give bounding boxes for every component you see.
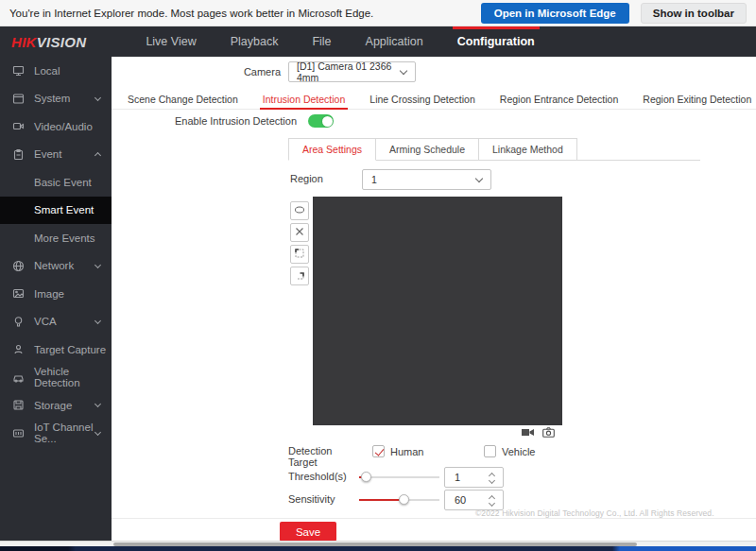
draw-area-icon: [294, 202, 305, 219]
slider-fill: [359, 499, 404, 501]
clear-x-icon: [294, 224, 305, 241]
sidebar-item-network[interactable]: Network: [0, 252, 112, 281]
sidebar-item-label: Storage: [34, 400, 72, 411]
sidebar-item-iot-channel[interactable]: IoT Channel Se...: [0, 420, 112, 448]
detection-tabs: Scene Change Detection Intrusion Detecti…: [112, 89, 756, 110]
hikvision-logo: HIKVISION: [11, 26, 86, 57]
spinner-down-icon[interactable]: [489, 477, 495, 484]
sidebar-item-label: Network: [34, 260, 74, 271]
record-video-icon[interactable]: [521, 427, 535, 438]
subtab-area-settings[interactable]: Area Settings: [288, 138, 376, 161]
sidebar-item-storage[interactable]: Storage: [0, 391, 112, 420]
threshold-spinner[interactable]: 1: [444, 467, 504, 488]
video-icon: [12, 120, 26, 133]
open-in-edge-button[interactable]: Open in Microsoft Edge: [481, 3, 629, 24]
clear-area-button[interactable]: [290, 223, 309, 242]
human-checkbox[interactable]: [372, 445, 385, 457]
target-human: Human: [372, 445, 423, 457]
sidebar-item-label: Vehicle Detection: [34, 366, 112, 388]
target-vehicle: Vehicle: [484, 445, 535, 457]
clipboard-icon: [12, 147, 26, 161]
threshold-value: 1: [455, 472, 460, 483]
sidebar-item-basic-event[interactable]: Basic Event: [0, 168, 112, 197]
area-drawing-panel: [290, 197, 562, 439]
sensitivity-slider[interactable]: [359, 493, 439, 507]
video-preview-canvas[interactable]: [313, 197, 562, 425]
sidebar-item-label: Image: [34, 288, 64, 300]
snapshot-camera-icon[interactable]: [542, 427, 555, 438]
spinner-down-icon[interactable]: [489, 500, 495, 507]
detection-target-label: Detection Target: [288, 445, 332, 468]
sidebar-item-more-events[interactable]: More Events: [0, 224, 112, 252]
nav-playback[interactable]: Playback: [228, 26, 282, 57]
slider-thumb[interactable]: [361, 472, 371, 482]
sidebar-item-label: Target Capture: [34, 344, 106, 355]
max-size-button[interactable]: [290, 245, 309, 264]
enable-intrusion-label: Enable Intrusion Detection: [175, 115, 297, 127]
sidebar-item-label: Event: [34, 148, 61, 160]
tab-scene-change-detection[interactable]: Scene Change Detection: [128, 89, 238, 109]
sidebar-item-label: Video/Audio: [34, 121, 93, 132]
sensitivity-value: 60: [455, 494, 466, 506]
nav-configuration[interactable]: Configuration: [455, 26, 538, 57]
sidebar-item-target-capture[interactable]: Target Capture: [0, 336, 112, 364]
hikvision-config-screen: You're in Internet Explorer mode. Most p…: [0, 0, 756, 551]
camera-select[interactable]: [D1] Camera 01 2366 4mm: [288, 61, 416, 82]
slider-thumb[interactable]: [399, 494, 409, 505]
capture-strip: [313, 425, 562, 439]
tab-region-exiting-detection[interactable]: Region Exiting Detection: [643, 89, 751, 109]
sidebar-item-video-audio[interactable]: Video/Audio: [0, 112, 112, 141]
nav-application[interactable]: Application: [363, 26, 426, 57]
sensitivity-spinner[interactable]: 60: [444, 490, 504, 510]
max-size-icon: [294, 246, 305, 263]
camera-label: Camera: [243, 66, 281, 77]
sidebar-item-event[interactable]: Event: [0, 141, 112, 169]
enable-row: Enable Intrusion Detection: [175, 114, 334, 128]
min-size-button[interactable]: [290, 267, 309, 285]
chevron-down-icon: [94, 318, 101, 324]
tab-region-entrance-detection[interactable]: Region Entrance Detection: [500, 89, 619, 109]
camera-select-value: [D1] Camera 01 2366 4mm: [297, 60, 415, 83]
logo-hik-text: HIK: [11, 34, 37, 50]
sidebar-item-label: VCA: [34, 316, 57, 327]
image-icon: [12, 287, 26, 301]
sidebar-item-vca[interactable]: VCA: [0, 308, 112, 336]
draw-area-button[interactable]: [290, 201, 309, 220]
nav-live-view[interactable]: Live View: [143, 26, 198, 57]
chevron-down-icon: [94, 401, 101, 407]
nav-file[interactable]: File: [309, 26, 334, 57]
subtab-linkage-method[interactable]: Linkage Method: [479, 138, 577, 161]
threshold-slider[interactable]: [359, 471, 439, 484]
sidebar-item-local[interactable]: Local: [0, 57, 112, 85]
main-content: Camera [D1] Camera 01 2366 4mm Scene Cha…: [112, 57, 756, 541]
chevron-up-icon: [94, 152, 101, 159]
save-bar: Save: [112, 518, 756, 541]
save-button[interactable]: Save: [280, 522, 336, 542]
min-size-icon: [294, 267, 305, 284]
human-label: Human: [390, 446, 423, 457]
bulb-icon: [12, 315, 26, 328]
tab-intrusion-detection[interactable]: Intrusion Detection: [263, 89, 346, 109]
car-icon: [12, 370, 26, 384]
enable-intrusion-toggle[interactable]: [308, 114, 334, 128]
show-in-toolbar-button[interactable]: Show in toolbar: [641, 3, 747, 24]
monitor-icon: [12, 64, 26, 77]
settings-subtabs: Area Settings Arming Schedule Linkage Me…: [288, 137, 700, 161]
sidebar-item-smart-event[interactable]: Smart Event: [0, 197, 112, 225]
slider-track: [359, 476, 439, 478]
sidebar-item-label: System: [34, 93, 70, 104]
sidebar-item-image[interactable]: Image: [0, 280, 112, 308]
subtab-arming-schedule[interactable]: Arming Schedule: [376, 138, 479, 161]
threshold-label: Threshold(s): [288, 471, 347, 482]
vehicle-checkbox[interactable]: [484, 445, 496, 457]
sidebar-item-vehicle-detection[interactable]: Vehicle Detection: [0, 364, 112, 392]
sidebar-item-system[interactable]: System: [0, 85, 112, 113]
ie-mode-bar: You're in Internet Explorer mode. Most p…: [0, 0, 756, 26]
vehicle-label: Vehicle: [502, 446, 535, 457]
globe-icon: [12, 259, 26, 272]
region-label: Region: [290, 173, 323, 184]
chevron-down-icon: [475, 175, 483, 182]
tab-line-crossing-detection[interactable]: Line Crossing Detection: [369, 89, 474, 109]
sidebar: Local System Video/Audio Event Basic Eve…: [0, 57, 112, 541]
region-select[interactable]: 1: [362, 169, 491, 190]
